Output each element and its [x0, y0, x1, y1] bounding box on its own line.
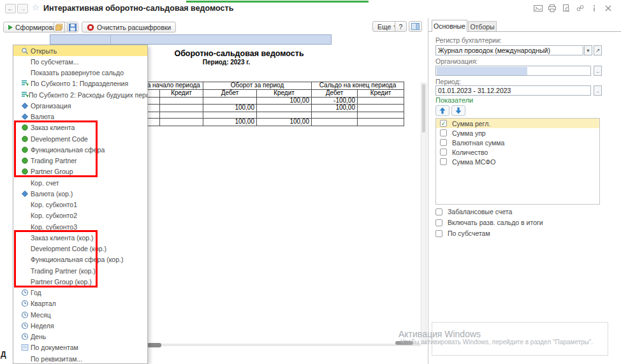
table-cell[interactable] [257, 112, 312, 118]
info-icon[interactable] [589, 4, 599, 13]
vertical-scrollbar-thumb[interactable] [422, 84, 425, 133]
period-input[interactable]: 01.01.2023 - 31.12.2023 [435, 85, 591, 96]
context-menu-item[interactable]: Функциональная сфера (кор.) [13, 254, 147, 265]
table-cell[interactable]: 100,00 [203, 105, 257, 112]
indicator-row[interactable]: Количество [436, 147, 599, 157]
link-icon[interactable] [575, 4, 585, 13]
context-menu-item[interactable]: По субсчетам... [13, 56, 147, 67]
indicator-row[interactable]: ✓Сумма регл. [436, 119, 599, 128]
table-cell[interactable]: 100,00 [257, 97, 312, 105]
checkbox-icon[interactable] [435, 230, 442, 237]
preview-icon[interactable] [561, 4, 571, 13]
checkbox-icon[interactable] [440, 158, 447, 165]
clear-decodes-button[interactable]: Очистить расшифровки [82, 22, 176, 33]
context-menu-item[interactable]: Валюта (кор.) [13, 188, 147, 199]
table-cell[interactable] [312, 112, 358, 118]
table-cell[interactable] [160, 97, 203, 105]
option-row[interactable]: Включать разв. сальдо в итоги [435, 219, 543, 226]
toggle-settings-panel-button[interactable] [409, 21, 422, 32]
indicator-row[interactable]: Валютная сумма [436, 138, 599, 147]
context-menu-item[interactable]: Development Code [13, 133, 147, 144]
checkbox-icon[interactable] [435, 208, 442, 215]
context-menu-item[interactable]: По Субконто 2: Расходы будущих периодов [13, 89, 147, 100]
context-menu-item[interactable]: Организация [13, 100, 147, 111]
context-menu-item[interactable]: По реквизитам... [13, 353, 147, 364]
table-cell[interactable] [358, 97, 404, 105]
table-cell[interactable]: 100,00 [257, 118, 312, 126]
context-menu: ОткрытьПо субсчетам...Показать развернут… [13, 45, 148, 364]
table-cell[interactable] [160, 105, 203, 112]
table-cell[interactable] [358, 118, 404, 126]
context-menu-item-label: Год [31, 289, 41, 296]
checkbox-icon[interactable] [440, 129, 447, 136]
context-menu-item[interactable]: Месяц [13, 309, 147, 320]
context-menu-item[interactable]: Открыть [13, 45, 147, 56]
favorite-star-icon[interactable]: ☆ [32, 3, 40, 12]
context-menu-item[interactable]: Заказ клиента [13, 122, 147, 133]
checkbox-icon[interactable] [435, 219, 442, 226]
horizontal-scrollbar[interactable] [148, 344, 421, 346]
table-cell[interactable]: -100,00 [312, 97, 358, 105]
settings-variants-button[interactable] [54, 22, 65, 33]
register-dropdown-button[interactable]: ▾ [584, 45, 592, 55]
context-menu-item[interactable]: Неделя [13, 320, 147, 331]
tab-filters[interactable]: Отборы [468, 21, 497, 32]
table-cell[interactable] [203, 97, 257, 105]
print-icon[interactable] [547, 4, 557, 13]
table-cell[interactable]: 100,00 [312, 105, 358, 112]
settings-panel: Регистр бухгалтерии: Журнал проводок (ме… [428, 31, 621, 364]
context-menu-item[interactable]: Заказ клиента (кор.) [13, 232, 147, 243]
picture-icon[interactable] [533, 4, 543, 13]
context-menu-item[interactable]: По документам [13, 342, 147, 353]
option-row[interactable]: Забалансовые счета [435, 208, 512, 215]
context-menu-item[interactable]: По Субконто 1: Подразделения [13, 78, 147, 89]
context-menu-item[interactable]: Trading Partner [13, 156, 147, 166]
context-menu-item[interactable]: Показать развернутое сальдо [13, 68, 147, 78]
context-menu-item-label: Trading Partner (кор.) [31, 267, 96, 275]
context-menu-item[interactable]: Функциональная сфера [13, 144, 147, 155]
period-choose-button[interactable]: .. [594, 85, 602, 96]
indicator-row[interactable]: Сумма МСФО [436, 157, 599, 166]
help-button[interactable]: ? [395, 21, 407, 32]
table-cell[interactable] [257, 105, 312, 112]
move-up-button[interactable] [435, 105, 449, 116]
context-menu-item[interactable]: Partner Group [13, 166, 147, 177]
context-menu-item[interactable]: Partner Group (кор.) [13, 276, 147, 287]
context-menu-item[interactable]: Квартал [13, 298, 147, 309]
forward-button[interactable]: → [17, 4, 28, 13]
clock-icon [21, 311, 31, 319]
move-down-button[interactable] [451, 105, 465, 116]
context-menu-item[interactable]: Валюта [13, 112, 147, 122]
register-open-button[interactable]: ↗ [594, 45, 602, 55]
checkbox-icon[interactable] [440, 139, 447, 146]
table-cell[interactable] [160, 112, 203, 118]
context-menu-item[interactable]: Trading Partner (кор.) [13, 265, 147, 276]
vertical-scrollbar[interactable] [421, 83, 427, 344]
table-cell[interactable]: 100,00 [203, 118, 257, 126]
table-cell[interactable] [203, 112, 257, 118]
back-button[interactable]: ← [5, 4, 16, 13]
table-cell[interactable] [160, 118, 203, 126]
save-settings-button[interactable] [67, 22, 78, 33]
context-menu-item[interactable]: Кор. субконто1 [13, 200, 147, 210]
indicator-row[interactable]: Сумма упр [436, 128, 599, 138]
table-cell[interactable] [312, 118, 358, 126]
register-select[interactable]: Журнал проводок (международный) [435, 45, 583, 55]
table-cell[interactable] [358, 112, 404, 118]
context-menu-item[interactable]: Год [13, 288, 147, 298]
option-row[interactable]: По субсчетам [435, 229, 490, 237]
checkbox-icon[interactable] [440, 149, 447, 156]
context-menu-item[interactable]: Кор. счет [13, 177, 147, 188]
close-icon[interactable] [603, 4, 613, 13]
context-menu-item[interactable]: Кор. субконто2 [13, 210, 147, 221]
horizontal-scrollbar-thumb-left[interactable] [147, 343, 161, 347]
organization-input[interactable] [435, 66, 591, 76]
context-menu-item[interactable]: Кор. субконто3 [13, 221, 147, 232]
tab-main[interactable]: Основные [432, 20, 467, 32]
context-menu-item[interactable]: Development Code (кор.) [13, 244, 147, 254]
selected-report-cell[interactable] [50, 34, 332, 45]
checkbox-checked-icon[interactable]: ✓ [440, 120, 447, 127]
organization-choose-button[interactable]: .. [594, 66, 602, 76]
context-menu-item[interactable]: День [13, 331, 147, 342]
table-cell[interactable] [358, 105, 404, 112]
